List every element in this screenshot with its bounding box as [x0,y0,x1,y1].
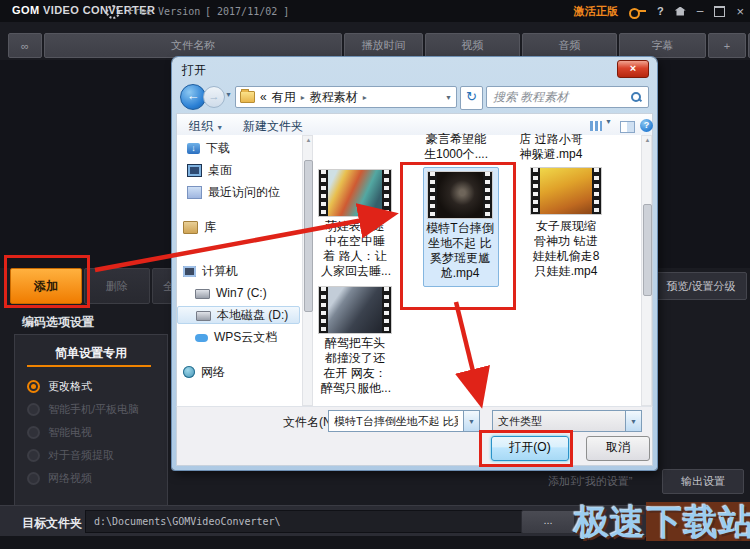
tab-underline [27,365,151,367]
video-thumbnail[interactable] [319,287,391,333]
new-folder-button[interactable]: 新建文件夹 [243,118,303,135]
dialog-close-button[interactable]: × [617,60,649,78]
key-icon[interactable] [629,7,646,16]
radio-icon [27,403,40,416]
file-item-caption[interactable]: 萌娃表演途中在空中睡着 路人：让人家回去睡... [321,219,389,279]
maximize-button[interactable] [714,6,725,17]
breadcrumb-folder-1[interactable]: 有用 [272,89,296,106]
nav-item-recent-places[interactable]: 最近访问的位 [177,183,311,201]
logo-bold: GOM [12,4,39,16]
scroll-up-icon[interactable]: ▲ [304,137,313,143]
gear-icon[interactable] [106,5,120,19]
link-icon: ∞ [21,40,29,52]
output-settings-button[interactable]: 输出设置 [662,469,744,494]
views-caret-icon[interactable]: ▼ [605,118,612,125]
drive-icon [195,289,210,299]
duration-column-header[interactable]: 播放时间 [344,33,423,58]
home-icon[interactable] [675,7,686,16]
minimize-button[interactable]: – [697,6,704,16]
free-version-label: Free Version [128,6,200,17]
file-list-scrollbar-thumb[interactable] [643,204,652,296]
dialog-footer: 文件名(N): 模特T台摔倒坐地不起 比奚梦瑶更 ▼ 文件类型 ▼ 打开(O) … [176,406,653,466]
file-item-caption[interactable]: 醉驾把车头都撞没了还在开 网友：醉驾只服他... [321,336,389,396]
option-change-format[interactable]: 更改格式 [27,379,92,394]
site-watermark: 极速下载站 [574,499,750,546]
simple-settings-panel: 简单设置专用 更改格式 智能手机/平板电脑 智能电视 对于音频提取 网络视频 [14,334,168,507]
nav-item-computer[interactable]: 计算机 [177,262,307,280]
drive-icon [196,311,211,321]
nav-scrollbar-thumb[interactable] [304,160,313,312]
filetype-combo[interactable]: 文件类型 ▼ [492,410,642,432]
target-folder-label: 目标文件夹 [22,515,82,532]
search-box[interactable]: 搜索 教程素材 [486,86,649,108]
organize-menu[interactable]: 组织 ▼ [189,118,223,135]
option-smartphone-tablet[interactable]: 智能手机/平板电脑 [27,402,139,417]
app-titlebar: GOM VIDEO CONVERTER Free Version [ 2017/… [0,0,750,22]
nav-item-desktop[interactable]: 桌面 [177,161,311,179]
delete-button[interactable]: 删除 [84,268,150,304]
breadcrumb-sep-icon[interactable]: ▸ [301,93,305,102]
library-icon [183,221,198,234]
views-icon[interactable] [590,121,602,131]
browse-folder-button[interactable]: ... [521,510,575,534]
help-icon[interactable]: ? [657,5,664,17]
nav-item-downloads[interactable]: ↓下载 [177,139,311,157]
add-column-button[interactable]: + [708,33,746,58]
audio-column-header[interactable]: 音频 [522,33,617,58]
nav-item-network[interactable]: 网络 [177,363,307,381]
filename-combo[interactable]: 模特T台摔倒坐地不起 比奚梦瑶更 ▼ [328,410,480,432]
nav-item-win7-c[interactable]: Win7 (C:) [177,284,319,302]
file-item-caption-cutoff[interactable]: 店 过路小哥神躲避.mp4 [503,132,599,162]
folder-icon [240,91,255,103]
address-breadcrumb[interactable]: « 有用 ▸ 教程素材 ▸ ▼ [235,86,457,108]
annotation-box-add-button [4,255,90,308]
video-thumbnail[interactable] [319,170,391,216]
option-smart-tv[interactable]: 智能电视 [27,425,92,440]
nav-item-libraries[interactable]: 库 [177,218,307,236]
forward-button[interactable]: → [203,86,225,108]
add-to-my-settings-label: 添加到“我的设置” [548,474,632,489]
build-date-label: [ 2017/11/02 ] [205,6,289,17]
refresh-button[interactable]: ↻ [460,86,483,110]
radio-selected-icon [27,380,40,393]
dialog-help-icon[interactable]: ? [640,119,653,132]
search-icon [630,91,642,103]
cancel-button[interactable]: 取消 [586,436,650,461]
file-item-caption[interactable]: 女子展现缩骨神功 钻进娃娃机偷走8只娃娃.mp4 [527,219,605,279]
nav-scrollbar[interactable]: ▲ [302,135,313,406]
link-column-header[interactable]: ∞ [8,33,42,58]
organize-caret-icon: ▼ [216,124,223,131]
file-list-scrollbar[interactable]: ▲ [641,135,652,406]
video-column-header[interactable]: 视频 [425,33,520,58]
gom-video-converter-window: GOM VIDEO CONVERTER Free Version [ 2017/… [0,0,750,549]
encoding-options-title: 编码选项设置 [22,314,94,331]
option-web-video[interactable]: 网络视频 [27,471,92,486]
activate-genuine-link[interactable]: 激活正版 [574,4,618,19]
video-thumbnail[interactable] [531,168,601,214]
download-icon: ↓ [187,143,200,154]
close-button[interactable]: × [736,4,744,19]
breadcrumb-dropdown-icon[interactable]: ▼ [445,94,452,101]
cloud-icon [195,334,208,342]
nav-item-wps-cloud[interactable]: WPS云文档 [177,328,319,346]
breadcrumb-folder-2[interactable]: 教程素材 [310,89,358,106]
subtitle-column-header[interactable]: 字幕 [619,33,706,58]
history-dropdown-icon[interactable]: ▼ [225,91,232,98]
target-folder-path-field[interactable]: d:\Documents\GOMVideoConverter\ [85,510,523,533]
preview-settings-button[interactable]: 预览/设置分级 [655,272,747,300]
filetype-combo-caret-icon[interactable]: ▼ [625,411,641,431]
tab-simple-settings[interactable]: 简单设置专用 [15,345,167,362]
nav-item-local-disk-d[interactable]: 本地磁盘 (D:) [177,306,300,324]
preview-pane-icon[interactable] [620,121,635,133]
option-audio-extract[interactable]: 对于音频提取 [27,448,114,463]
scroll-up-icon[interactable]: ▲ [643,137,652,143]
breadcrumb-sep-icon[interactable]: ▸ [363,93,367,102]
file-item-caption-cutoff[interactable]: 豪言希望能生1000个.... [409,132,503,162]
annotation-box-open-button [479,430,573,467]
filename-combo-caret-icon[interactable]: ▼ [463,411,479,431]
dialog-title: 打开 [182,62,206,79]
recent-places-icon [187,186,202,199]
network-icon [183,366,195,378]
filename-column-header[interactable]: 文件名称 [44,33,342,58]
breadcrumb-prefix: « [260,90,267,104]
